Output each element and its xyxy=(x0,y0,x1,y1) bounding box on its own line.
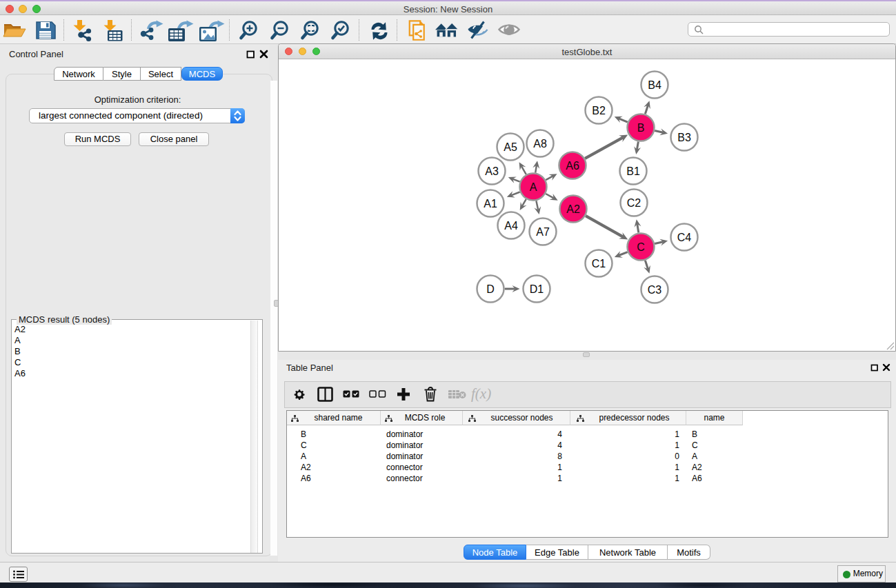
svg-text:B: B xyxy=(637,122,645,134)
svg-text:A6: A6 xyxy=(566,160,579,172)
svg-text:A3: A3 xyxy=(485,165,499,177)
svg-text:C1: C1 xyxy=(592,258,606,270)
svg-text:A7: A7 xyxy=(536,226,550,238)
svg-text:A5: A5 xyxy=(504,141,517,153)
svg-text:B2: B2 xyxy=(592,105,606,116)
svg-text:A: A xyxy=(530,181,537,193)
svg-text:A4: A4 xyxy=(504,220,518,232)
svg-text:C4: C4 xyxy=(677,232,692,243)
svg-text:D1: D1 xyxy=(530,283,544,295)
svg-text:C2: C2 xyxy=(627,197,641,209)
svg-text:C: C xyxy=(637,241,645,253)
svg-text:A8: A8 xyxy=(533,138,547,150)
svg-text:B3: B3 xyxy=(677,132,691,143)
svg-text:C3: C3 xyxy=(648,284,662,296)
svg-text:D: D xyxy=(486,283,495,295)
svg-text:A1: A1 xyxy=(484,198,497,210)
svg-text:B1: B1 xyxy=(626,165,640,177)
svg-text:A2: A2 xyxy=(566,203,580,215)
svg-text:B4: B4 xyxy=(648,79,661,91)
